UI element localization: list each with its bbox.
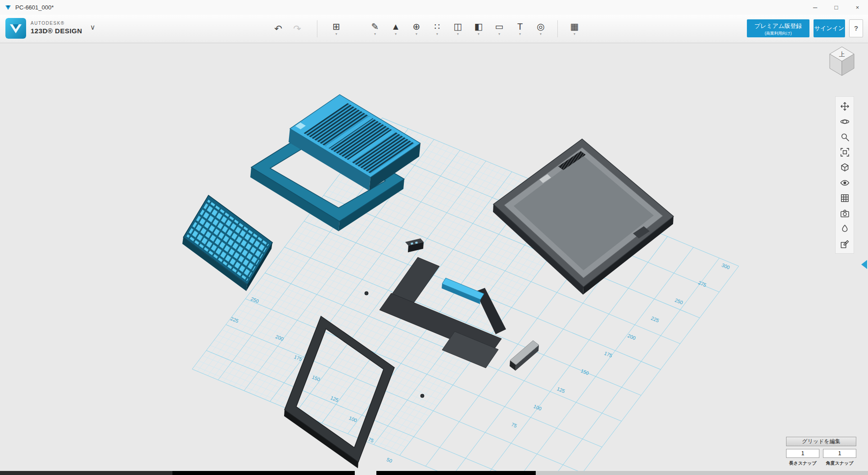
edit-grid-icon[interactable]: [836, 236, 853, 251]
snap-menu-button[interactable]: ◎▾: [530, 17, 551, 40]
material-icon: ▦: [570, 22, 579, 31]
title-bar: PC-6601_000* ─ □ ×: [0, 0, 868, 15]
background-window-strip: [536, 471, 868, 475]
close-button[interactable]: ×: [847, 0, 868, 15]
dropdown-caret-icon: ▾: [540, 32, 542, 36]
redo-button[interactable]: ↷: [289, 22, 305, 36]
angle-snap-label: 角度スナップ: [823, 460, 856, 466]
text-menu-button[interactable]: T▾: [510, 17, 530, 40]
dropdown-caret-icon: ▾: [395, 32, 397, 36]
dropdown-caret-icon: ▾: [416, 32, 417, 36]
pattern-menu-button[interactable]: ∷▾: [427, 17, 448, 40]
view-cube[interactable]: 上: [826, 42, 858, 78]
dropdown-caret-icon: ▾: [335, 32, 337, 36]
edit-grid-button[interactable]: グリッドを編集: [786, 437, 856, 446]
construct-icon: ▲: [391, 22, 400, 31]
dropdown-caret-icon: ▾: [519, 32, 521, 36]
primitives-icon: ⊞: [333, 22, 340, 31]
text-icon: T: [517, 22, 523, 31]
sign-in-button[interactable]: サインイン: [814, 19, 845, 37]
dropdown-caret-icon: ▾: [436, 32, 438, 36]
view-cube-top-label[interactable]: 上: [839, 51, 845, 58]
viewport-background: [0, 43, 868, 475]
angle-snap-input[interactable]: [823, 449, 856, 458]
material-view-icon[interactable]: [836, 190, 853, 206]
main-toolbar: AUTODESK® 123D® DESIGN ∨ ↶ ↷ ⊞▾✎▾▲▾⊕▾∷▾◫…: [0, 15, 868, 43]
modify-menu-button[interactable]: ⊕▾: [406, 17, 427, 40]
primitives-menu-button[interactable]: ⊞▾: [326, 17, 347, 40]
premium-register-button[interactable]: プレミアム版登録 (商業利用向け): [747, 19, 809, 37]
undo-button[interactable]: ↶: [270, 22, 286, 36]
dropdown-caret-icon: ▾: [574, 32, 575, 36]
screenshot-icon[interactable]: [836, 206, 853, 221]
dropdown-caret-icon: ▾: [498, 32, 500, 36]
autodesk-wordmark: AUTODESK®: [31, 21, 82, 26]
background-window-strip: [0, 471, 172, 475]
length-snap-input[interactable]: [786, 449, 819, 458]
sketch-icon: ✎: [371, 22, 379, 31]
measure-menu-button[interactable]: ▭▾: [489, 17, 510, 40]
dropdown-caret-icon: ▾: [457, 32, 459, 36]
app-icon: [5, 4, 12, 11]
tool-menu-row: ⊞▾✎▾▲▾⊕▾∷▾◫▾◧▾▭▾T▾◎▾▦▾: [326, 15, 585, 43]
app-menu-chevron-icon[interactable]: ∨: [90, 23, 95, 31]
app-brand: AUTODESK® 123D® DESIGN: [5, 18, 82, 39]
toolbar-divider: [557, 20, 558, 37]
length-snap-label: 長さスナップ: [786, 460, 819, 466]
construct-menu-button[interactable]: ▲▾: [385, 17, 406, 40]
grouping-menu-button[interactable]: ◫▾: [448, 17, 468, 40]
render-icon[interactable]: [836, 221, 853, 236]
combine-menu-button[interactable]: ◧▾: [468, 17, 489, 40]
visibility-icon[interactable]: [836, 175, 853, 190]
window-title: PC-6601_000*: [15, 4, 54, 11]
dropdown-caret-icon: ▾: [374, 32, 376, 36]
material-menu-button[interactable]: ▦▾: [564, 17, 585, 40]
modify-icon: ⊕: [413, 22, 420, 31]
measure-icon: ▭: [495, 22, 504, 31]
combine-icon: ◧: [475, 22, 483, 31]
background-window-strip: [376, 471, 536, 475]
collapse-panel-arrow-icon[interactable]: [861, 260, 867, 269]
product-wordmark: 123D® DESIGN: [31, 27, 82, 35]
background-window-strip: [172, 471, 355, 475]
dropdown-caret-icon: ▾: [478, 32, 479, 36]
toolbar-divider: [317, 20, 317, 37]
orbit-icon[interactable]: [836, 114, 853, 129]
zoom-icon[interactable]: [836, 129, 853, 144]
sketch-menu-button[interactable]: ✎▾: [365, 17, 385, 40]
viewport-nav-rail: [835, 96, 854, 254]
grouping-icon: ◫: [454, 22, 462, 31]
app-logo-icon: [5, 18, 26, 39]
help-button[interactable]: ?: [849, 19, 863, 37]
shaded-view-icon[interactable]: [836, 160, 853, 175]
snap-icon: ◎: [537, 22, 544, 31]
minimize-button[interactable]: ─: [805, 0, 826, 15]
zoom-fit-icon[interactable]: [836, 144, 853, 160]
pattern-icon: ∷: [434, 22, 440, 31]
pan-icon[interactable]: [836, 99, 853, 114]
maximize-button[interactable]: □: [826, 0, 847, 15]
